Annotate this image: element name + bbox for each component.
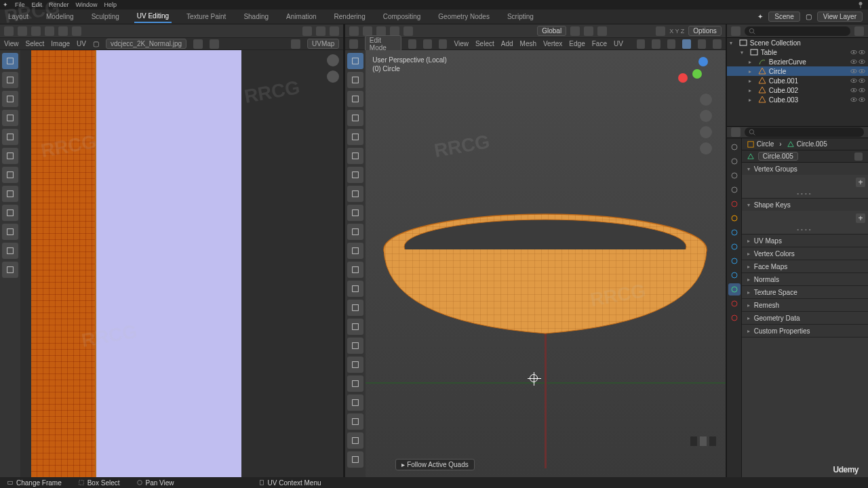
- menu-file[interactable]: File: [15, 1, 25, 8]
- menu-window[interactable]: Window: [76, 1, 98, 8]
- annotate-tool[interactable]: [347, 186, 363, 202]
- polybuild-tool[interactable]: [347, 338, 363, 354]
- gizmo-toggle-icon[interactable]: [656, 26, 665, 36]
- outliner-item[interactable]: ▸BezierCurve: [727, 57, 868, 66]
- uv-view[interactable]: [20, 50, 343, 477]
- prop-edit-icon[interactable]: [597, 26, 607, 36]
- shade-matprev-icon[interactable]: [698, 39, 706, 49]
- zoom-gizmo-icon[interactable]: [700, 94, 712, 106]
- drag-handle-icon[interactable]: ••••: [797, 190, 812, 197]
- outliner-root[interactable]: ▾ Scene Collection: [727, 38, 868, 47]
- axis-x-icon[interactable]: [678, 73, 688, 83]
- section-header[interactable]: ▸Geometry Data: [742, 312, 868, 324]
- inset-tool[interactable]: [347, 262, 363, 278]
- vp-menu-face[interactable]: Face: [592, 40, 607, 47]
- uvmap-selector[interactable]: UVMap: [307, 39, 339, 49]
- loopcut-tool[interactable]: [347, 300, 363, 316]
- outliner-search[interactable]: [745, 26, 850, 36]
- visibility-toggles[interactable]: [850, 77, 865, 84]
- uv-menu-view[interactable]: View: [4, 40, 19, 47]
- rotate-tool[interactable]: [347, 129, 363, 145]
- toggle-y[interactable]: [700, 436, 707, 446]
- menu-edit[interactable]: Edit: [32, 1, 43, 8]
- physics-tab[interactable]: [728, 255, 741, 267]
- menu-help[interactable]: Help: [104, 1, 117, 8]
- scale-tool[interactable]: [2, 148, 18, 164]
- expand-icon[interactable]: ▾: [730, 40, 736, 46]
- selmode-vert-icon[interactable]: [376, 26, 386, 36]
- pan-gizmo-icon[interactable]: [700, 110, 712, 122]
- outliner-item[interactable]: ▸Cube.001: [727, 76, 868, 85]
- transform-tool[interactable]: [2, 167, 18, 183]
- material-tab[interactable]: [728, 298, 741, 310]
- image-unlink-icon[interactable]: [210, 39, 219, 49]
- outliner-type-icon[interactable]: [731, 26, 741, 36]
- spin-tool[interactable]: [347, 357, 363, 373]
- tweak-tool[interactable]: [347, 53, 363, 69]
- edge-slide-tool[interactable]: [347, 394, 363, 411]
- uv-selmode-edge-icon[interactable]: [45, 26, 54, 36]
- select-box-tool[interactable]: [2, 72, 18, 88]
- mode-icon[interactable]: [349, 39, 357, 49]
- tab-uvediting[interactable]: UV Editing: [134, 10, 172, 23]
- visibility-toggles[interactable]: [850, 58, 865, 65]
- drag-handle-icon[interactable]: ••••: [797, 226, 812, 232]
- uv-selmode-island-icon[interactable]: [72, 26, 81, 36]
- cursor-tool[interactable]: [2, 91, 18, 107]
- expand-icon[interactable]: ▸: [749, 78, 755, 84]
- outliner-item[interactable]: ▸Circle: [727, 66, 868, 76]
- extrude-tool[interactable]: [347, 243, 363, 259]
- options-dropdown[interactable]: Options: [688, 26, 721, 36]
- snap-icon[interactable]: [584, 26, 593, 36]
- outliner-item[interactable]: ▸Cube.003: [727, 95, 868, 104]
- expand-icon[interactable]: ▸: [749, 59, 755, 65]
- rip-tool[interactable]: [2, 224, 18, 240]
- uv-selmode-face-icon[interactable]: [58, 26, 68, 36]
- rip-region-tool[interactable]: [347, 451, 363, 468]
- crumb-data[interactable]: Circle.005: [797, 140, 827, 148]
- nav-gizmo[interactable]: [678, 57, 716, 95]
- add-button[interactable]: +: [856, 214, 865, 223]
- new-collection-icon[interactable]: [731, 127, 741, 137]
- visibility-toggles[interactable]: [850, 49, 865, 56]
- uv-pivot-icon[interactable]: [302, 26, 312, 36]
- vp-menu-select[interactable]: Select: [475, 40, 494, 47]
- viewport-type-icon[interactable]: [349, 26, 359, 36]
- vp-menu-vertex[interactable]: Vertex: [543, 40, 562, 47]
- section-header[interactable]: ▾Vertex Groups: [742, 163, 868, 175]
- bevel-tool[interactable]: [347, 281, 363, 297]
- world-tab[interactable]: [728, 198, 741, 210]
- select-box-tool[interactable]: [347, 72, 363, 88]
- tab-compositing[interactable]: Compositing: [380, 11, 424, 22]
- operator-hint[interactable]: ▸ Follow Active Quads: [395, 459, 474, 470]
- cursor-tool[interactable]: [347, 91, 363, 107]
- selmode-edge-icon[interactable]: [390, 26, 399, 36]
- section-header[interactable]: ▾Shape Keys: [742, 199, 868, 211]
- vp-menu-view[interactable]: View: [454, 40, 469, 47]
- texture-tab[interactable]: [728, 312, 741, 324]
- data-name-field[interactable]: Circle.005: [758, 152, 798, 161]
- uv-prop-icon[interactable]: [330, 26, 339, 36]
- selmode2-edge-icon[interactable]: [423, 39, 431, 49]
- modifier-tab[interactable]: [728, 226, 741, 239]
- grab-tool[interactable]: [2, 243, 18, 259]
- particles-tab[interactable]: [728, 241, 741, 253]
- tab-shading[interactable]: Shading: [241, 11, 271, 22]
- crumb-object[interactable]: Circle: [757, 140, 774, 148]
- shear-tool[interactable]: [347, 432, 363, 449]
- transform-tool[interactable]: [347, 167, 363, 183]
- section-header[interactable]: ▸Normals: [742, 273, 868, 285]
- expand-icon[interactable]: ▸: [749, 68, 755, 75]
- tab-geonodes[interactable]: Geometry Nodes: [435, 11, 492, 22]
- uv-menu-uv[interactable]: UV: [77, 40, 86, 47]
- section-header[interactable]: ▸Face Maps: [742, 260, 868, 272]
- persp-gizmo-icon[interactable]: [700, 142, 712, 155]
- uv-snap-icon[interactable]: [316, 26, 326, 36]
- shade-solid-icon[interactable]: [682, 39, 690, 49]
- cursor-mode-icon[interactable]: [363, 26, 372, 36]
- camera-gizmo-icon[interactable]: [700, 126, 712, 138]
- visibility-toggles[interactable]: [850, 96, 865, 103]
- tab-rendering[interactable]: Rendering: [332, 11, 368, 22]
- annotate-tool[interactable]: [2, 186, 18, 202]
- vp-menu-mesh[interactable]: Mesh: [520, 40, 536, 47]
